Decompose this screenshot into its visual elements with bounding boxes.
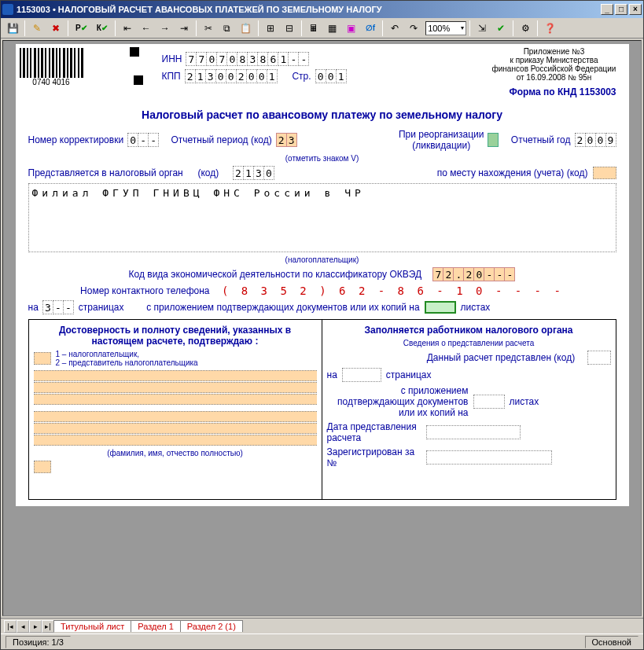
save-icon[interactable]: 💾: [4, 20, 21, 37]
mesto-cells[interactable]: [593, 167, 616, 179]
right-heading: Заполняется работником налогового органа: [327, 325, 611, 336]
check-icon[interactable]: ✔: [492, 20, 510, 37]
appendix-note: Приложение №3 к приказу Министерства фин…: [488, 47, 621, 82]
main-title: Налоговый расчет по авансовому платежу п…: [28, 108, 616, 121]
mark-v: (отметить знаком V): [285, 154, 359, 163]
barcode: 0740 4016: [20, 48, 83, 86]
marker-square-1: [130, 47, 139, 57]
phone-value[interactable]: ( 8 3 5 2 ) 6 2 - 8 6 - 1 0 - - - -: [222, 285, 564, 297]
tool-icon[interactable]: ✎: [28, 20, 46, 37]
reg-no-cells: [426, 450, 552, 465]
mesto-label: по месту нахождения (учета) (код): [437, 167, 588, 178]
titlebar: 1153003 • НАЛОГОВЫЙ РАСЧЕТ АВАНСОВЫХ ПЛА…: [1, 1, 643, 18]
sved-label: Сведения о представлении расчета: [327, 339, 611, 347]
prev-icon[interactable]: ←: [138, 20, 155, 37]
confirm-heading: Достоверность и полноту сведений, указан…: [34, 325, 317, 347]
mode-status: Основной: [585, 636, 638, 648]
cut-icon[interactable]: ✂: [200, 20, 217, 37]
inn-label: ИНН: [162, 53, 182, 64]
marker-square-2: [134, 75, 143, 85]
extra-box[interactable]: [34, 461, 51, 473]
tab-prev[interactable]: ◂: [17, 620, 29, 633]
zoom-select[interactable]: 100%▾: [425, 21, 466, 35]
settings-icon[interactable]: ⚙: [517, 20, 534, 37]
tab-section2[interactable]: Раздел 2 (1): [180, 620, 243, 632]
format-icon[interactable]: ∅f: [362, 20, 379, 37]
r-pages-cells: [342, 368, 381, 382]
close-button[interactable]: ×: [629, 4, 642, 15]
attach-cells[interactable]: [425, 301, 456, 314]
tab-first[interactable]: |◂: [4, 620, 17, 633]
rpages: страницах: [386, 369, 432, 380]
form-page: 0740 4016 Приложение №3 к приказу Минист…: [16, 44, 629, 506]
export-icon[interactable]: ⇲: [473, 20, 491, 37]
name-line[interactable]: [34, 382, 317, 393]
tab-next[interactable]: ▸: [29, 620, 42, 633]
position-status: Позиция: 1/3: [6, 636, 71, 648]
last-icon[interactable]: ⇥: [175, 20, 193, 37]
next-icon[interactable]: →: [156, 20, 174, 37]
minimize-button[interactable]: _: [601, 4, 613, 15]
page-cells: 001: [316, 69, 347, 83]
signer-type[interactable]: [34, 352, 51, 365]
r-sheets: листах: [510, 396, 539, 407]
phone-label: Номер контактного телефона: [80, 285, 209, 296]
r-button[interactable]: Р✔: [72, 20, 91, 37]
paste-icon[interactable]: 📋: [237, 20, 255, 37]
tab-section1[interactable]: Раздел 1: [131, 620, 181, 632]
app-icon: [2, 4, 13, 15]
redo-icon[interactable]: ↷: [405, 20, 422, 37]
page-label: Стр.: [292, 71, 311, 82]
delete-icon[interactable]: ✖: [47, 20, 64, 37]
tab-title-sheet[interactable]: Титульный лист: [53, 620, 131, 632]
kpp-label: КПП: [162, 71, 181, 82]
form-knd: Форма по КНД 1153003: [28, 86, 616, 97]
tree-icon[interactable]: ⊞: [262, 20, 279, 37]
name-line[interactable]: [34, 423, 317, 434]
corr-label: Номер корректировки: [28, 134, 124, 145]
date-pred-cells: [426, 425, 521, 439]
dt-kod-cells: [587, 351, 611, 365]
okved-label: Код вида экономической деятельности по к…: [129, 269, 422, 280]
pages-cells[interactable]: 3--: [43, 300, 74, 314]
sheet-tabs: |◂ ◂ ▸ ▸| Титульный лист Раздел 1 Раздел…: [1, 618, 643, 633]
first-icon[interactable]: ⇤: [119, 20, 136, 37]
k-button[interactable]: К✔: [93, 20, 112, 37]
rna: на: [327, 369, 337, 380]
fio-note: (фамилия, имя, отчество полностью): [34, 449, 317, 457]
reorg-label: При реорганизации (ликвидации): [399, 129, 484, 151]
dt-kod-label: Данный расчет представлен (код): [427, 352, 575, 363]
corr-cells[interactable]: 0--: [128, 133, 159, 147]
name-line[interactable]: [34, 435, 317, 446]
opt1: 1 – налогоплательщик,: [56, 350, 198, 358]
okved-cells[interactable]: 72.20---: [433, 267, 515, 281]
date-pred-label: Дата представления расчета: [327, 421, 421, 443]
period-cells[interactable]: 23: [277, 133, 297, 147]
r-attach-label: с приложением подтверждающих документов …: [327, 385, 469, 418]
pages-word: страницах: [79, 302, 124, 313]
taxpayer-name[interactable]: Филиал ФГУП ГНИВЦ ФНС России в ЧР: [28, 183, 616, 252]
name-line[interactable]: [34, 370, 317, 381]
kod-label: (код): [197, 167, 219, 178]
year-cells[interactable]: 2009: [576, 133, 616, 147]
undo-icon[interactable]: ↶: [386, 20, 403, 37]
name-line[interactable]: [34, 394, 317, 405]
barcode-number: 0740 4016: [32, 78, 69, 86]
collapse-icon[interactable]: ⊟: [281, 20, 298, 37]
reorg-check[interactable]: [488, 133, 499, 147]
grid-icon[interactable]: ▦: [324, 20, 341, 37]
calc-icon[interactable]: 🖩: [305, 20, 322, 37]
organ-cells[interactable]: 2130: [234, 166, 274, 180]
kpp-cells[interactable]: 213002001: [186, 69, 278, 83]
copy-icon[interactable]: ⧉: [219, 20, 236, 37]
maximize-button[interactable]: □: [615, 4, 627, 15]
tab-last[interactable]: ▸|: [42, 620, 54, 633]
pred-label: Представляется в налоговый орган: [28, 167, 183, 178]
inn-cells[interactable]: 7707083861--: [186, 52, 309, 66]
window-title: 1153003 • НАЛОГОВЫЙ РАСЧЕТ АВАНСОВЫХ ПЛА…: [17, 5, 382, 14]
name-line[interactable]: [34, 411, 317, 422]
statusbar: Позиция: 1/3 Основной: [1, 633, 643, 649]
taxpayer-note: (налогоплательщик): [28, 255, 616, 264]
help-icon[interactable]: ❓: [541, 20, 558, 37]
color-icon[interactable]: ▣: [343, 20, 360, 37]
